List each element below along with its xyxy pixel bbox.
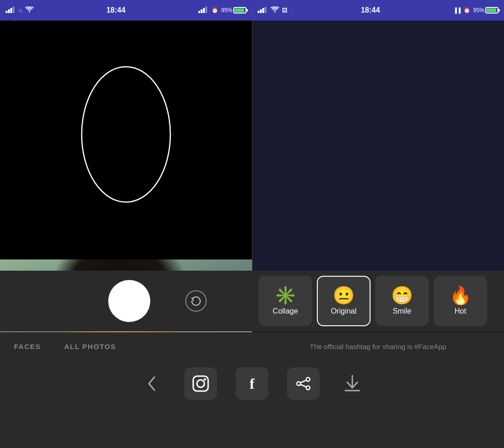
svg-point-15 [204,378,206,381]
svg-rect-0 [6,11,7,13]
face-tabs: FACES ALL PHOTOS [0,332,252,360]
svg-point-17 [297,382,301,385]
svg-rect-3 [13,7,14,13]
sim-icon-left: ○ [19,7,22,14]
svg-point-16 [306,378,310,381]
gallery-icon-right: 🖼 [282,7,287,14]
svg-rect-9 [260,9,262,13]
share-button[interactable] [287,367,320,400]
filter-collage[interactable]: ✳️ Collage [259,276,312,326]
wifi-icon-left [25,7,34,14]
svg-rect-4 [198,11,200,13]
status-icons-right-left: ⏰ 95% [198,7,246,14]
svg-point-14 [197,380,204,387]
share-bar: f [0,360,504,407]
status-icons-right: 🖼 [258,7,287,14]
original-label: Original [331,307,357,315]
collage-label: Collage [273,307,298,315]
svg-rect-11 [265,7,266,13]
collage-emoji: ✳️ [274,287,296,304]
smile-emoji: 😁 [391,287,413,304]
alarm-icon-left: ⏰ [211,7,218,14]
hashtag-area: The official hashtag for sharing is #Fac… [252,332,504,360]
time-left: 18:44 [106,6,126,14]
back-button[interactable] [138,370,166,398]
filter-original[interactable]: 😐 Original [317,276,371,326]
sim-icon-right: ▐▐ [453,7,461,13]
battery-right: 95% [473,7,498,14]
filter-hot[interactable]: 🔥 Hot [434,276,487,326]
battery-left: 95% [221,7,246,14]
hot-label: Hot [455,307,466,315]
capture-area [0,271,252,331]
hashtag-text: The official hashtag for sharing is #Fac… [310,343,446,350]
hot-emoji: 🔥 [449,287,471,304]
tab-all-photos[interactable]: ALL PHOTOS [64,343,116,350]
signal-dots-right [258,7,268,14]
original-emoji: 😐 [333,287,355,304]
wifi-icon-right [271,7,279,14]
signal-dots-2 [198,7,209,14]
instagram-button[interactable] [184,367,217,400]
svg-line-19 [301,380,306,383]
rotate-button[interactable] [185,290,207,312]
filter-smile[interactable]: 😁 Smile [375,276,429,326]
status-bar-right: 🖼 18:44 ▐▐ ⏰ 95% [252,6,504,14]
svg-rect-5 [201,9,203,13]
svg-rect-2 [10,8,12,13]
svg-rect-6 [203,8,205,13]
svg-rect-7 [205,7,207,13]
svg-rect-1 [8,9,10,13]
svg-line-20 [301,385,306,387]
download-button[interactable] [338,370,366,398]
facebook-button[interactable]: f [236,367,268,400]
svg-point-18 [306,386,310,390]
status-icons-left: ○ [6,7,34,14]
face-outline-svg [75,55,177,204]
smile-label: Smile [392,307,411,315]
alarm-icon-right: ⏰ [463,7,470,14]
facebook-icon: f [250,375,255,392]
battery-icons-right: ▐▐ ⏰ 95% [453,7,498,14]
svg-rect-10 [262,8,264,13]
camera-panel: ⚙ [0,0,252,259]
filter-row: ✳️ Collage 😐 Original 😁 Smile 🔥 Hot [252,271,504,331]
svg-point-12 [82,67,170,202]
signal-dots-left [6,7,16,14]
bottom-safe-area [0,407,504,448]
tab-faces[interactable]: FACES [14,343,41,350]
panel-divider [252,21,252,280]
svg-rect-8 [258,11,259,13]
status-bar: ○ 18:44 ⏰ 95% [0,0,504,21]
shutter-button[interactable] [108,280,150,322]
svg-rect-13 [193,376,208,391]
time-right: 18:44 [361,6,380,14]
status-bar-left: ○ 18:44 ⏰ 95% [0,6,252,14]
